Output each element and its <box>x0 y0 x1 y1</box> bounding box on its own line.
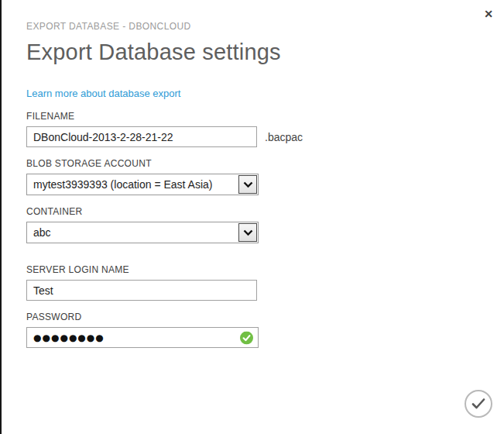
blob-storage-label: BLOB STORAGE ACCOUNT <box>26 158 504 169</box>
password-label: PASSWORD <box>26 312 504 322</box>
server-login-label: SERVER LOGIN NAME <box>26 264 504 275</box>
blob-storage-select[interactable]: mytest3939393 (location = East Asia) <box>26 174 259 195</box>
blob-storage-select-value: mytest3939393 (location = East Asia) <box>27 178 238 191</box>
checkmark-icon <box>471 398 485 409</box>
page-title: Export Database settings <box>26 40 504 65</box>
filename-row: .bacpac <box>26 126 504 147</box>
chevron-down-icon[interactable] <box>238 175 257 194</box>
container-select-value: abc <box>27 226 238 239</box>
server-login-input[interactable] <box>26 280 257 301</box>
export-database-dialog: ✕ EXPORT DATABASE - DBONCLOUD Export Dat… <box>0 0 504 434</box>
breadcrumb: EXPORT DATABASE - DBONCLOUD <box>26 21 504 32</box>
filename-suffix: .bacpac <box>265 131 303 143</box>
filename-field-group: FILENAME .bacpac <box>26 111 504 147</box>
password-field-group: PASSWORD <box>26 312 504 348</box>
container-select[interactable]: abc <box>26 222 259 243</box>
blob-storage-field-group: BLOB STORAGE ACCOUNT mytest3939393 (loca… <box>26 158 504 195</box>
server-login-field-group: SERVER LOGIN NAME <box>26 264 504 301</box>
ok-button[interactable] <box>465 390 492 418</box>
password-wrap <box>26 327 259 348</box>
container-field-group: CONTAINER abc <box>26 206 504 243</box>
filename-input[interactable] <box>26 126 257 147</box>
container-label: CONTAINER <box>26 206 504 217</box>
close-icon[interactable]: ✕ <box>484 9 493 19</box>
valid-check-icon <box>240 331 253 344</box>
filename-label: FILENAME <box>26 111 504 122</box>
chevron-down-icon[interactable] <box>238 223 257 242</box>
password-input[interactable] <box>26 327 259 348</box>
learn-more-link[interactable]: Learn more about database export <box>26 88 180 99</box>
